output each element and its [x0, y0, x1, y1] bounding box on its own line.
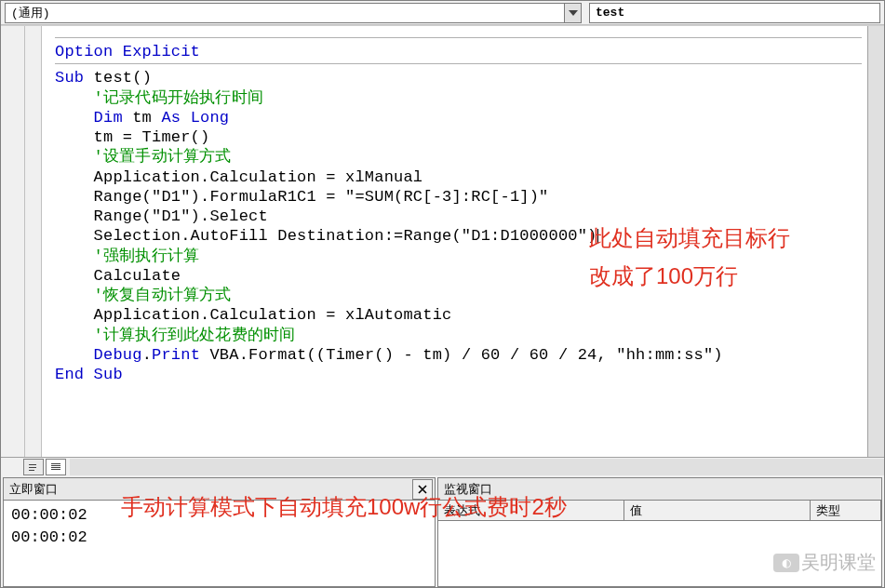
watch-col-value[interactable]: 值	[624, 501, 811, 520]
object-dropdown-label: (通用)	[11, 5, 564, 21]
vba-ide-window: (通用) test Option Explicit Sub test() '记录…	[0, 0, 885, 588]
horizontal-scrollbar[interactable]	[70, 459, 884, 475]
procedure-dropdown[interactable]: test	[589, 3, 880, 23]
svg-rect-2	[29, 467, 36, 468]
breakpoint-gutter[interactable]	[25, 26, 42, 457]
code-text[interactable]: Option Explicit Sub test() '记录代码开始执行时间 D…	[42, 26, 867, 388]
watermark: ◐ 吴明课堂	[773, 550, 876, 575]
watch-col-type[interactable]: 类型	[811, 501, 881, 520]
full-module-view-button[interactable]	[46, 459, 66, 475]
procedure-dropdown-label: test	[596, 6, 624, 20]
object-dropdown[interactable]: (通用)	[5, 3, 582, 23]
immediate-window-title: 立即窗口	[9, 481, 58, 498]
svg-rect-4	[51, 463, 60, 464]
code-editor[interactable]: Option Explicit Sub test() '记录代码开始执行时间 D…	[42, 26, 867, 457]
svg-rect-6	[51, 467, 60, 468]
svg-rect-7	[51, 469, 60, 470]
code-area: Option Explicit Sub test() '记录代码开始执行时间 D…	[1, 25, 884, 475]
code-pane-header: (通用) test	[1, 1, 884, 25]
code-outer-gutter	[1, 26, 25, 457]
svg-rect-3	[29, 470, 34, 471]
view-mode-bar	[1, 457, 884, 475]
svg-rect-1	[29, 464, 36, 465]
watermark-text: 吴明课堂	[801, 550, 876, 575]
annotation-bottom: 手动计算模式下自动填充100w行公式费时2秒	[121, 488, 567, 527]
annotation-right: 此处自动填充目标行 改成了100万行	[589, 220, 790, 296]
svg-rect-5	[51, 465, 60, 466]
wechat-icon: ◐	[773, 554, 799, 572]
chevron-down-icon	[564, 4, 581, 22]
immediate-line: 00:00:02	[11, 527, 427, 549]
svg-marker-0	[569, 10, 578, 16]
procedure-view-button[interactable]	[23, 459, 44, 475]
vertical-scrollbar[interactable]	[867, 26, 884, 457]
